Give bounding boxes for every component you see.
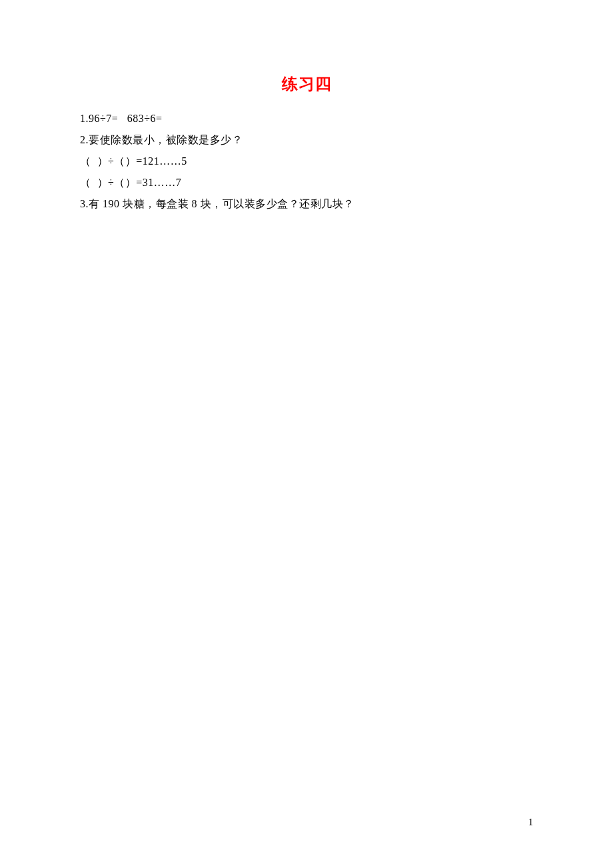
question-1: 1.96÷7= 683÷6= — [80, 108, 533, 129]
question-2a: （ ）÷（）=121……5 — [80, 151, 533, 172]
question-2b: （ ）÷（）=31……7 — [80, 172, 533, 193]
page-title: 练习四 — [80, 73, 533, 95]
question-2: 2.要使除数最小，被除数是多少？ — [80, 129, 533, 151]
question-3: 3.有 190 块糖，每盒装 8 块，可以装多少盒？还剩几块？ — [80, 193, 533, 215]
document-page: 练习四 1.96÷7= 683÷6= 2.要使除数最小，被除数是多少？ （ ）÷… — [0, 0, 613, 215]
page-number: 1 — [528, 817, 533, 828]
